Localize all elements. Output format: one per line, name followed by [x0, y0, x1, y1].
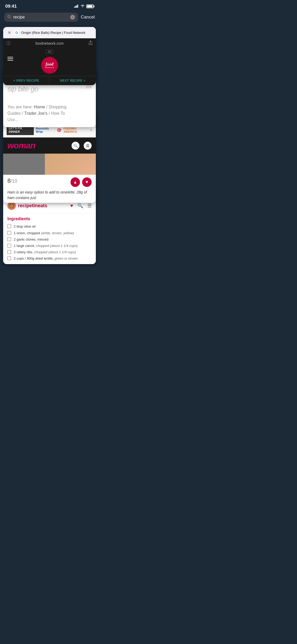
tab3-content: LET'S FIX DINNER Reynolds Wrap 🎯 FEEDING… — [3, 123, 96, 203]
ingredient-checkbox-6[interactable] — [7, 256, 11, 260]
search-query-text: recipe — [13, 15, 68, 20]
tab1-close-button[interactable]: ✕ — [6, 30, 12, 35]
feeding-america-text: FEEDING AMERICA — [63, 127, 88, 133]
cancel-button[interactable]: Cancel — [81, 15, 95, 20]
rte-heart-icon[interactable]: ♥ — [70, 203, 73, 209]
next-recipe-button[interactable]: NEXT RECIPE > — [49, 76, 96, 85]
ingredient-text-3: 2 garlic cloves, minced — [14, 237, 49, 242]
ingredient-text-1: 2 tbsp olive oil — [14, 224, 35, 229]
next-recipe-pagination-button[interactable]: ▼ — [82, 177, 92, 187]
ingredient-text-4: 1 large carrot, chopped (about 1 1/4 cup… — [14, 243, 78, 248]
info-icon: ⓘ — [6, 41, 11, 46]
status-icons — [74, 4, 94, 9]
recipe-image-right — [45, 154, 96, 175]
signal-icon — [74, 4, 79, 8]
woman-search-icon[interactable]: 🔍 — [72, 142, 79, 150]
ad-close-icon[interactable]: ✕ — [90, 128, 92, 132]
rte-menu-icon[interactable]: ☰ — [87, 203, 92, 209]
ingredient-checkbox-4[interactable] — [7, 244, 11, 247]
recipe-description: Ham is an easy option to add to omelette… — [3, 190, 96, 203]
ingredients-title: Ingredients — [7, 217, 92, 221]
recipe-count-display: 8/10 — [7, 177, 17, 184]
recipe-image — [3, 154, 96, 175]
woman-header: woman 🔍 ☰ — [3, 137, 96, 154]
svg-line-5 — [10, 17, 11, 19]
current-recipe-count: 8 — [7, 177, 11, 184]
search-bar-container: recipe × Cancel — [0, 11, 99, 25]
sipbitego-logo: sip bite go — [7, 85, 92, 93]
rte-search-icon[interactable]: 🔍 — [77, 203, 83, 209]
rte-recipe-text: recipe — [18, 203, 32, 208]
tab1-header: ✕ G Onigiri (Rice Balls) Recipe | Food N… — [3, 27, 96, 38]
tab-card-1[interactable]: ✕ G Onigiri (Rice Balls) Recipe | Food N… — [3, 27, 96, 85]
ingredient-text-2: 1 onion, chopped (white, brown, yellow) — [14, 231, 74, 236]
card3-bottom: 8/10 ▲ ▼ — [3, 175, 96, 190]
ingredient-item: 1 large carrot, chopped (about 1 1/4 cup… — [7, 243, 92, 249]
battery-icon — [86, 4, 94, 8]
tab1-address-bar: ⓘ foodnetwork.com — [3, 38, 96, 48]
sipbitego-hamburger[interactable] — [86, 85, 92, 88]
recipe-image-left — [3, 154, 45, 175]
ingredient-checkbox-3[interactable] — [7, 237, 11, 241]
tab1-favicon: G — [14, 30, 19, 35]
tab2-content: sip bite go You are here: Home / Shoppin… — [3, 81, 96, 127]
ingredient-item: 1 onion, chopped (white, brown, yellow) — [7, 230, 92, 236]
search-icon — [7, 15, 11, 20]
ingredient-item: 2 garlic cloves, minced — [7, 236, 92, 243]
prev-recipe-pagination-button[interactable]: ▲ — [70, 177, 80, 187]
rte-header-icons: ♥ 🔍 ☰ — [70, 203, 92, 209]
clear-search-button[interactable]: × — [70, 15, 75, 20]
breadcrumb-home: You are here: — [7, 105, 34, 109]
status-bar: 09:41 — [0, 0, 99, 11]
pagination-buttons: ▲ ▼ — [70, 177, 92, 187]
tab4-content: 🥘 recipetineats ♥ 🔍 ☰ Ingredients 2 tbsp… — [3, 198, 96, 264]
fn-logo-subtext: network — [45, 66, 54, 69]
foodnetwork-logo: food network — [41, 57, 58, 74]
rte-logo-text: recipetineats — [18, 203, 47, 209]
fn-logo-text: food — [46, 62, 53, 66]
reynolds-wrap-text: Reynolds Wrap — [36, 127, 55, 133]
search-input-wrap[interactable]: recipe × — [4, 13, 78, 22]
tab1-url: foodnetwork.com — [13, 41, 86, 45]
ingredient-item: 2 cups / 400g dried lentils, green or br… — [7, 255, 92, 262]
svg-rect-2 — [76, 5, 77, 8]
ingredient-text-6: 2 cups / 400g dried lentils, green or br… — [14, 256, 78, 261]
ingredient-checkbox-5[interactable] — [7, 250, 11, 254]
woman-header-icons: 🔍 ☰ — [72, 142, 92, 150]
svg-rect-0 — [74, 7, 75, 8]
rte-tin-text: tin — [32, 203, 38, 208]
foodnetwork-logo-area: food network — [3, 54, 96, 76]
ad-label: Ad — [46, 50, 53, 54]
ingredient-checkbox-1[interactable] — [7, 224, 11, 228]
breadcrumb-text: You are here: Home / ShoppingGuides / Tr… — [7, 104, 92, 123]
ingredients-section: Ingredients 2 tbsp olive oil 1 onion, ch… — [3, 213, 96, 264]
ingredient-text-5: 2 celery ribs, chopped (about 1 1/4 cups… — [14, 250, 76, 255]
share-icon — [88, 40, 93, 46]
wifi-icon — [81, 4, 85, 9]
ingredient-item: 2 tbsp olive oil — [7, 223, 92, 230]
recipe-nav-bar: < PREV RECIPE NEXT RECIPE > — [3, 76, 96, 85]
recipetineats-logo: 🥘 recipetineats — [7, 201, 47, 210]
tabs-area: ✕ G Onigiri (Rice Balls) Recipe | Food N… — [0, 25, 99, 266]
rte-logo-icon: 🥘 — [7, 201, 16, 210]
woman-menu-icon[interactable]: ☰ — [84, 142, 92, 150]
hamburger-menu[interactable] — [7, 57, 13, 61]
svg-rect-1 — [75, 6, 76, 8]
status-time: 09:41 — [5, 4, 17, 9]
woman-logo: woman — [7, 141, 35, 150]
ingredient-item: 2 celery ribs, chopped (about 1 1/4 cups… — [7, 249, 92, 255]
prev-recipe-button[interactable]: < PREV RECIPE — [3, 76, 49, 85]
rte-eats-text: eats — [38, 203, 47, 208]
tab1-title: Onigiri (Rice Balls) Recipe | Food Netwo… — [21, 31, 93, 35]
svg-rect-3 — [77, 4, 78, 8]
ingredient-checkbox-2[interactable] — [7, 231, 11, 235]
